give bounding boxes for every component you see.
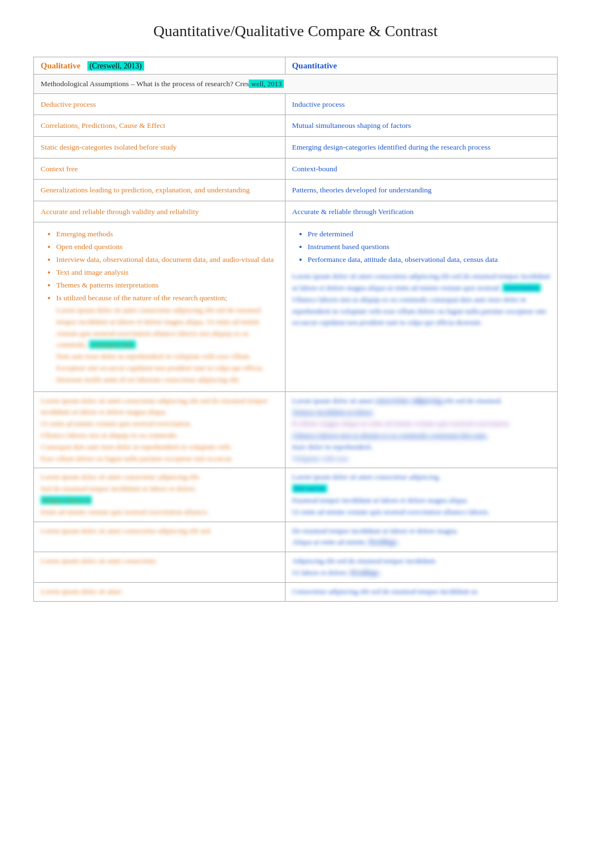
method-header-row: Methodological Assumptions – What is the… bbox=[34, 75, 558, 94]
qual-blurred-row2: Lorem ipsum dolor sit amet consectetur a… bbox=[41, 472, 278, 518]
comparison-table: Qualitative (Creswell, 2013) Quantitativ… bbox=[33, 57, 558, 602]
quant-bullet-2: Instrument based questions bbox=[308, 241, 550, 254]
qual-blurred-row1: Lorem ipsum dolor sit amet consectetur a… bbox=[41, 395, 278, 465]
quant-process: Inductive process bbox=[292, 100, 345, 108]
quant-patterns: Patterns, theories developed for underst… bbox=[292, 186, 432, 194]
quant-mutual: Mutual simultaneous shaping of factors bbox=[292, 121, 411, 130]
qualitative-header: Qualitative bbox=[41, 61, 81, 70]
quant-blurred-row5: Consectetur adipiscing elit sed do eiusm… bbox=[292, 586, 550, 598]
design-row: Static design-categories isolated before… bbox=[34, 136, 558, 158]
blurred-row-4: Lorem ipsum dolor sit amet consectetur. … bbox=[34, 552, 558, 583]
qual-bullet-5: Themes & patterns interpretations bbox=[56, 279, 278, 292]
qual-static: Static design-categories isolated before… bbox=[41, 143, 176, 151]
quant-emerging: Emerging design-categories identified du… bbox=[292, 143, 491, 151]
blurred-row-1: Lorem ipsum dolor sit amet consectetur a… bbox=[34, 391, 558, 468]
qual-blurred-row5: Lorem ipsum dolor sit amet. bbox=[41, 586, 278, 598]
generalizations-row: Generalizations leading to prediction, e… bbox=[34, 180, 558, 201]
qual-process: Deductive process bbox=[41, 100, 96, 108]
quant-blurred-row4: Adipiscing elit sed do eiusmod tempor in… bbox=[292, 555, 550, 579]
quant-bullets: Pre determined Instrument based question… bbox=[292, 228, 550, 266]
qual-bullet-6: Is utilized because of the nature of the… bbox=[56, 292, 278, 305]
page-title: Quantitative/Qualitative Compare & Contr… bbox=[33, 22, 558, 40]
qual-blurred-row3: Lorem ipsum dolor sit amet consectetur a… bbox=[41, 525, 278, 537]
blurred-row-3: Lorem ipsum dolor sit amet consectetur a… bbox=[34, 522, 558, 552]
context-row: Context free Context-bound bbox=[34, 158, 558, 180]
qual-accurate: Accurate and reliable through validity a… bbox=[41, 207, 199, 216]
quant-accurate: Accurate & reliable through Verification bbox=[292, 207, 414, 216]
bullets-row: Emerging methods Open ended questions In… bbox=[34, 222, 558, 391]
qual-bullets: Emerging methods Open ended questions In… bbox=[41, 228, 278, 385]
qual-bullet-3: Interview data, observational data, docu… bbox=[56, 254, 278, 266]
qual-bullet-4: Text and image analysis bbox=[56, 266, 278, 279]
quant-blurred-text-1: Lorem ipsum dolor sit amet consectetur a… bbox=[292, 271, 550, 329]
qual-context: Context free bbox=[41, 165, 78, 173]
blurred-row-5: Lorem ipsum dolor sit amet. Consectetur … bbox=[34, 582, 558, 601]
correlations-row: Correlations, Predictions, Cause & Effec… bbox=[34, 115, 558, 137]
accuracy-row: Accurate and reliable through validity a… bbox=[34, 201, 558, 222]
column-headers-row: Qualitative (Creswell, 2013) Quantitativ… bbox=[34, 57, 558, 75]
quant-context: Context-bound bbox=[292, 165, 337, 173]
qual-bullet-1: Emerging methods bbox=[56, 228, 278, 241]
blurred-row-2: Lorem ipsum dolor sit amet consectetur a… bbox=[34, 468, 558, 522]
quant-blurred-row2: Lorem ipsum dolor sit amet consectetur a… bbox=[292, 472, 550, 518]
process-row: Deductive process Inductive process bbox=[34, 93, 558, 115]
qual-blurred-row4: Lorem ipsum dolor sit amet consectetur. bbox=[41, 555, 278, 567]
qual-blurred-text: Lorem ipsum dolor sit amet consectetur a… bbox=[56, 305, 278, 386]
qual-generalizations: Generalizations leading to prediction, e… bbox=[41, 186, 250, 194]
method-header-text: Methodological Assumptions – What is the… bbox=[41, 80, 284, 88]
qual-correlations: Correlations, Predictions, Cause & Effec… bbox=[41, 121, 165, 130]
quant-blurred-row1: Lorem ipsum dolor sit amet consectetur a… bbox=[292, 395, 550, 465]
quantitative-header: Quantitative bbox=[292, 61, 337, 70]
qual-bullet-2: Open ended questions bbox=[56, 241, 278, 254]
quant-bullet-1: Pre determined bbox=[308, 228, 550, 241]
quant-bullet-3: Performance data, attitude data, observa… bbox=[308, 254, 550, 266]
citation-qual: (Creswell, 2013) bbox=[87, 61, 144, 71]
quant-blurred-row3: Do eiusmod tempor incididunt ut labore e… bbox=[292, 525, 550, 549]
